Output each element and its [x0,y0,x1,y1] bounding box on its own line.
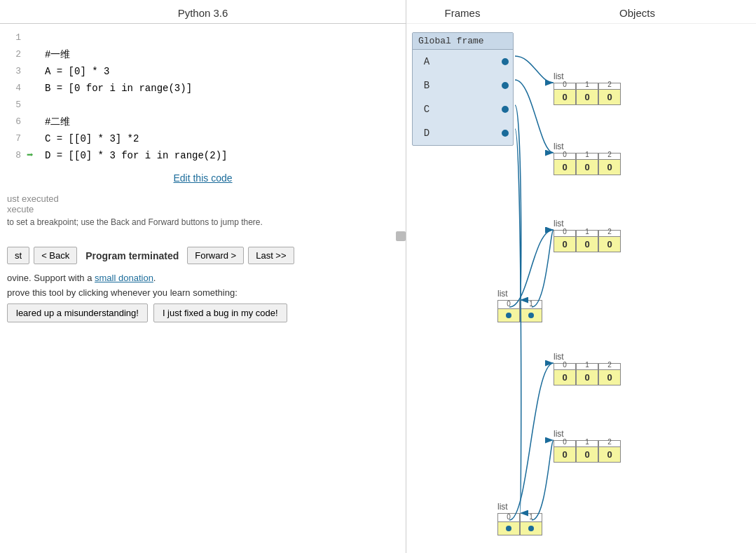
donation-text: ovine. Support with a small donation. [0,268,406,285]
feedback-btn-1[interactable]: leared up a misunderstanding! [7,303,148,322]
frame-dot-C [502,106,509,113]
edit-link-row: Edit this code [0,164,406,189]
frame-row-A: A [413,50,513,74]
scrollbar-area [0,230,406,243]
first-button[interactable]: st [7,247,29,264]
objects-header: Objects [518,7,756,19]
frame-dot-D [502,130,509,137]
code-line-1: 1 [0,29,406,46]
code-line-8: 8 ➡ D = [[0] * 3 for i in range(2)] [0,147,406,164]
program-status: Program terminated [85,250,179,261]
right-panel: Frames Objects Global frame A B C [406,0,756,553]
global-frame-title: Global frame [413,33,513,50]
code-line-5: 5 [0,97,406,114]
list-D-inner1: list 0 0 1 0 2 0 [554,429,621,463]
breakpoint-hint: to set a breakpoint; use the Back and Fo… [0,214,406,230]
left-panel: Python 3.6 1 2 #一维 3 A = [0] * 3 4 B = [ [0,0,406,553]
code-line-6: 6 #二维 [0,114,406,130]
forward-button[interactable]: Forward > [187,247,244,264]
nav-bar: st < Back Program terminated Forward > L… [0,243,406,268]
edit-code-link[interactable]: Edit this code [173,172,232,184]
code-line-4: 4 B = [0 for i in range(3)] [0,80,406,97]
frame-dot-A [502,58,509,65]
list-C-row0: list 0 0 1 0 2 0 [554,219,621,252]
frame-row-D: D [413,121,513,145]
code-line-7: 7 C = [[0] * 3] *2 [0,130,406,147]
code-line-3: 3 A = [0] * 3 [0,63,406,80]
list-D-inner0: list 0 0 1 0 2 0 [554,352,621,385]
donation-link[interactable]: small donation [95,273,153,283]
improve-text: prove this tool by clicking whenever you… [0,285,406,301]
last-button[interactable]: Last >> [248,247,294,264]
back-button[interactable]: < Back [34,247,77,264]
feedback-btn-2[interactable]: I just fixed a bug in my code! [153,303,287,322]
list-B: list 0 0 1 0 2 0 [554,142,621,175]
frames-header: Frames [406,7,518,19]
frame-row-C: C [413,97,513,121]
list-A: list 0 0 1 0 2 0 [554,71,621,105]
list-D-outer: list 0 1 [497,502,542,535]
python-version-header: Python 3.6 [0,0,406,24]
just-executed-text: ust executed [7,193,59,204]
list-C-outer: list 0 1 [497,289,542,322]
frame-row-B: B [413,74,513,97]
right-header: Frames Objects [406,0,756,24]
global-frame: Global frame A B C D [412,32,514,146]
visualization-area: Global frame A B C D [406,24,756,553]
code-area: 1 2 #一维 3 A = [0] * 3 4 B = [0 for i in … [0,24,406,164]
scrollbar-thumb[interactable] [396,231,406,241]
frame-dot-B [502,82,509,89]
status-area: ust executed xecute [0,189,406,214]
xecute-text: xecute [7,204,34,214]
code-line-2: 2 #一维 [0,46,406,63]
feedback-buttons: leared up a misunderstanding! I just fix… [0,301,406,327]
